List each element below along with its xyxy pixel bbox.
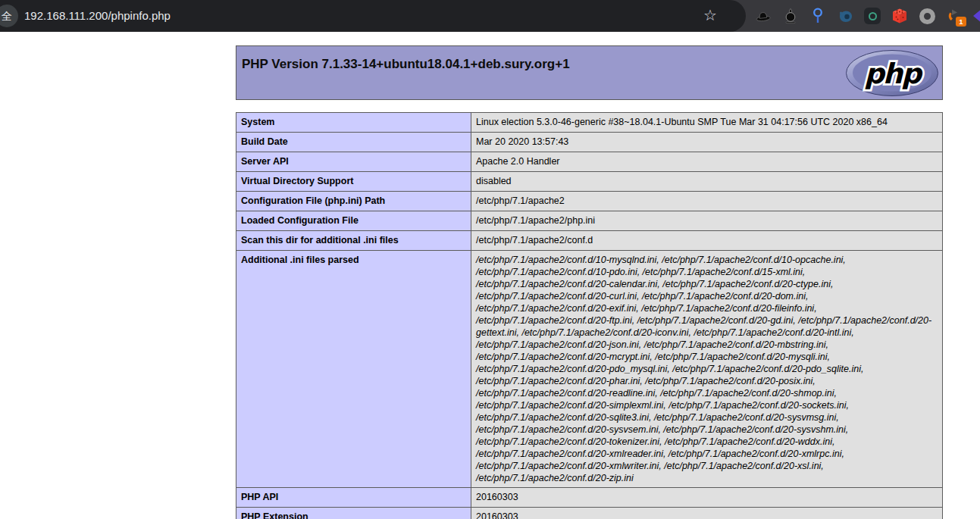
row-label: System xyxy=(236,113,471,133)
phpinfo-header: PHP Version 7.1.33-14+ubuntu18.04.1+deb.… xyxy=(236,45,943,100)
page-title: PHP Version 7.1.33-14+ubuntu18.04.1+deb.… xyxy=(236,46,942,72)
proxy-dice-extension-icon[interactable] xyxy=(891,7,909,25)
row-label: Loaded Configuration File xyxy=(236,211,471,231)
row-label: Server API xyxy=(236,152,471,172)
browser-toolbar: 全 192.168.111.200/phpinfo.php ☆ xyxy=(0,0,980,32)
blue-blob-icon xyxy=(836,7,854,25)
blob-extension-icon[interactable] xyxy=(836,7,854,25)
table-row: PHP Extension 20160303 xyxy=(236,508,943,519)
site-security-badge[interactable]: 全 xyxy=(0,5,18,27)
download-extension-icon[interactable]: 1 xyxy=(945,7,963,25)
table-row: Virtual Directory Support disabled xyxy=(236,172,943,192)
row-label: Build Date xyxy=(236,133,471,152)
row-label: Scan this dir for additional .ini files xyxy=(236,231,471,251)
table-row: Configuration File (php.ini) Path /etc/p… xyxy=(236,192,943,211)
row-value: 20160303 xyxy=(471,488,943,508)
extension-icons-row: 1 xyxy=(754,0,980,32)
url-text[interactable]: 192.168.111.200/phpinfo.php xyxy=(24,0,171,32)
lamp-extension-icon[interactable] xyxy=(781,7,800,25)
lamp-icon xyxy=(781,7,800,25)
purple-arrow-icon xyxy=(972,7,980,25)
row-value: Mar 20 2020 13:57:43 xyxy=(471,133,943,152)
hat-extension-icon[interactable] xyxy=(754,7,772,25)
table-row: Loaded Configuration File /etc/php/7.1/a… xyxy=(236,211,943,231)
bookmark-star-icon[interactable]: ☆ xyxy=(703,0,717,32)
table-row: Build Date Mar 20 2020 13:57:43 xyxy=(236,133,943,152)
php-logo: php xyxy=(845,49,939,100)
pin-extension-icon[interactable] xyxy=(809,7,827,25)
row-label: Configuration File (php.ini) Path xyxy=(236,192,471,211)
php-logo-text: php xyxy=(864,58,923,90)
row-value: Apache 2.0 Handler xyxy=(471,152,943,172)
row-label: Virtual Directory Support xyxy=(236,172,471,192)
row-value: /etc/php/7.1/apache2 xyxy=(471,192,943,211)
row-label: PHP Extension xyxy=(236,508,471,519)
address-bar[interactable]: 全 192.168.111.200/phpinfo.php ☆ xyxy=(0,0,746,32)
row-label: Additional .ini files parsed xyxy=(236,251,471,488)
phpinfo-table: System Linux election 5.3.0-46-generic #… xyxy=(236,112,943,519)
table-row: PHP API 20160303 xyxy=(236,488,943,508)
row-value: /etc/php/7.1/apache2/conf.d/10-mysqlnd.i… xyxy=(471,251,943,488)
row-value: /etc/php/7.1/apache2/php.ini xyxy=(471,211,943,231)
hat-icon xyxy=(754,7,772,25)
blue-pin-icon xyxy=(809,7,827,25)
row-value: disabled xyxy=(471,172,943,192)
green-ring-extension-icon[interactable] xyxy=(863,7,881,25)
table-row: Scan this dir for additional .ini files … xyxy=(236,231,943,251)
row-value: 20160303 xyxy=(471,508,943,519)
table-row: Server API Apache 2.0 Handler xyxy=(236,152,943,172)
extension-badge: 1 xyxy=(956,17,966,27)
row-label: PHP API xyxy=(236,488,471,508)
gray-donut-icon xyxy=(919,8,935,24)
red-dice-icon xyxy=(891,7,909,25)
row-value: Linux election 5.3.0-46-generic #38~18.0… xyxy=(471,113,943,133)
row-value: /etc/php/7.1/apache2/conf.d xyxy=(471,231,943,251)
table-row: Additional .ini files parsed /etc/php/7.… xyxy=(236,251,943,488)
green-ring-icon xyxy=(864,8,881,24)
table-row: System Linux election 5.3.0-46-generic #… xyxy=(236,113,943,133)
purple-extension-icon[interactable] xyxy=(972,7,980,25)
donut-extension-icon[interactable] xyxy=(918,7,936,25)
